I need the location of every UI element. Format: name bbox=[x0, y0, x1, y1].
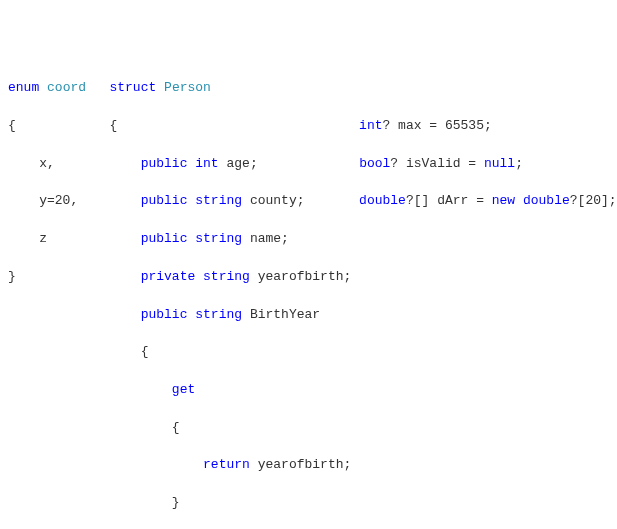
type-coord: coord bbox=[47, 80, 86, 95]
kw-int: int bbox=[195, 156, 218, 171]
code-line: z public string name; bbox=[8, 230, 609, 249]
ident: county; bbox=[250, 193, 305, 208]
code-line: { bbox=[8, 419, 609, 438]
kw-string: string bbox=[195, 231, 242, 246]
code-line: x, public int age; bool? isValid = null; bbox=[8, 155, 609, 174]
code-line: get bbox=[8, 381, 609, 400]
kw-bool: bool bbox=[359, 156, 390, 171]
space bbox=[515, 193, 523, 208]
code-line: enum coord struct Person bbox=[8, 79, 609, 98]
text: ? max = bbox=[383, 118, 445, 133]
enum-z: z bbox=[8, 231, 47, 246]
kw-new: new bbox=[492, 193, 515, 208]
text: ?[] dArr = bbox=[406, 193, 492, 208]
code-line: } bbox=[8, 494, 609, 513]
brace: { bbox=[172, 420, 180, 435]
kw-string: string bbox=[195, 193, 242, 208]
ident: yearofbirth; bbox=[258, 269, 352, 284]
brace: { bbox=[8, 118, 16, 133]
punct: ; bbox=[515, 156, 523, 171]
brace: } bbox=[8, 269, 16, 284]
kw-double: double bbox=[359, 193, 406, 208]
code-line: public string BirthYear bbox=[8, 306, 609, 325]
kw-string: string bbox=[195, 307, 242, 322]
ident: yearofbirth; bbox=[258, 457, 352, 472]
punct: ; bbox=[484, 118, 492, 133]
kw-public: public bbox=[141, 307, 188, 322]
brace: { bbox=[109, 118, 117, 133]
code-line: { bbox=[8, 343, 609, 362]
brace: { bbox=[141, 344, 149, 359]
text: ?[ bbox=[570, 193, 586, 208]
num: 20 bbox=[585, 193, 601, 208]
kw-private: private bbox=[141, 269, 196, 284]
code-line: } private string yearofbirth; bbox=[8, 268, 609, 287]
code-line: y=20, public string county; double?[] dA… bbox=[8, 192, 609, 211]
ident: age; bbox=[226, 156, 257, 171]
kw-int: int bbox=[359, 118, 382, 133]
text: ? isValid = bbox=[390, 156, 484, 171]
kw-string: string bbox=[203, 269, 250, 284]
kw-public: public bbox=[141, 193, 188, 208]
code-line: return yearofbirth; bbox=[8, 456, 609, 475]
enum-y: y=20, bbox=[8, 193, 78, 208]
ident: name; bbox=[250, 231, 289, 246]
kw-return: return bbox=[203, 457, 250, 472]
brace: } bbox=[172, 495, 180, 510]
kw-null: null bbox=[484, 156, 515, 171]
kw-enum: enum bbox=[8, 80, 39, 95]
punct: ]; bbox=[601, 193, 617, 208]
code-line: { { int? max = 65535; bbox=[8, 117, 609, 136]
num: 65535 bbox=[445, 118, 484, 133]
kw-double: double bbox=[523, 193, 570, 208]
type-person: Person bbox=[164, 80, 211, 95]
kw-get: get bbox=[172, 382, 195, 397]
enum-x: x, bbox=[8, 156, 55, 171]
kw-public: public bbox=[141, 156, 188, 171]
kw-public: public bbox=[141, 231, 188, 246]
ident: BirthYear bbox=[250, 307, 320, 322]
kw-struct: struct bbox=[109, 80, 156, 95]
